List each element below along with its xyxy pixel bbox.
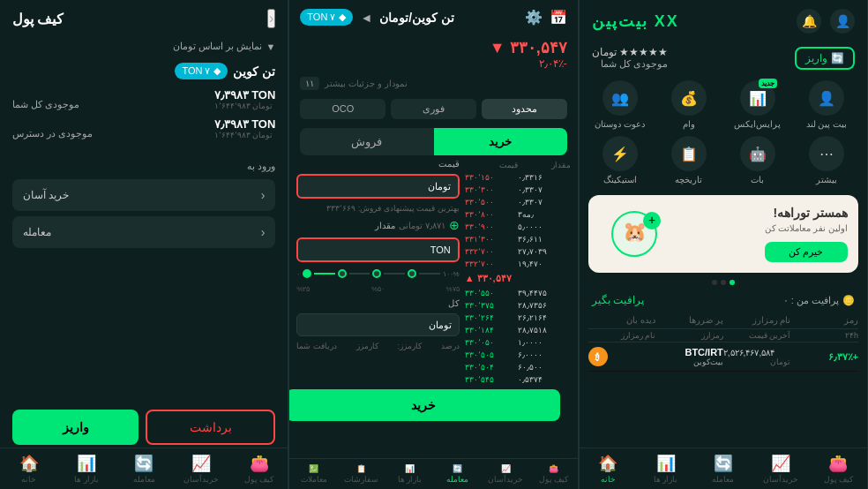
plus-icon[interactable]: ⊕ <box>449 218 460 232</box>
nav-trading[interactable]: 📈 خریدآسان <box>752 454 809 484</box>
qa-priceindex[interactable]: 📊 جدید پرایس‌ایکس <box>726 80 789 129</box>
right-nav-trading[interactable]: 📈 خریدآسان <box>173 454 230 484</box>
nav-trade[interactable]: 🔄 معامله <box>694 454 752 484</box>
right-nav-trade[interactable]: 🔄 معامله <box>116 454 173 484</box>
mid-tab-orders[interactable]: 📋 سفارشات <box>338 464 385 484</box>
currency-selector[interactable]: ▼ نمایش بر اساس تومان <box>0 37 288 56</box>
slider-25[interactable] <box>338 269 347 278</box>
mid-tab-wallet[interactable]: 👛 کیف پول <box>529 464 577 484</box>
qa-staking[interactable]: ⚡ استیکینگ <box>588 136 652 184</box>
right-nav-wallet[interactable]: 👛 کیف پول <box>230 454 288 484</box>
qa-history[interactable]: 📋 تاریخچه <box>657 136 721 184</box>
ton-badge-icon: ◆ <box>213 65 221 77</box>
ob-buy-6: ۶٫۰۰۰۰۳۳۰٬۵۰۵ <box>465 349 571 361</box>
route-trade[interactable]: ‹ معامله <box>12 216 275 248</box>
left-panel: 👤 🔔 XX بیت‌پین 🔄 واریز ★★★★★ تومان موجود… <box>580 0 868 489</box>
deposit-action-button[interactable]: واریز <box>12 410 138 445</box>
promo-title: همستر توراهه! <box>765 206 848 220</box>
mid-tab-trading[interactable]: 📈 خریدآسان <box>482 464 529 484</box>
suggested-price: بهترین قیمت پیشنهادی فروش: ۳۳۳٬۶۶۹ <box>296 204 459 213</box>
qa-loan-label: وام <box>683 119 695 129</box>
ob-sell-5: ۵٫۰۰۰۰۳۳۰٬۹۰۰ <box>465 221 571 233</box>
promo-button[interactable]: خیرم کن <box>765 242 848 262</box>
profit-section: 🪙 پرافیت من : ۰ پرافیت بگیر <box>580 289 867 312</box>
available-balance-amount: ۷٫۳۹۸۳ TON <box>214 117 276 131</box>
qa-bitpinland-label: بیت پین لند <box>806 119 848 129</box>
wallet-coin-badge: ◆ TON ۷ <box>175 63 228 79</box>
profit-coin: 🪙 پرافیت من : ۰ <box>783 295 855 306</box>
qa-friends[interactable]: 👥 دعوت دوستان <box>588 80 652 129</box>
slider-75[interactable] <box>408 269 416 278</box>
qa-loan[interactable]: 💰 وام <box>657 80 721 129</box>
price-input[interactable] <box>296 174 459 199</box>
mid-tab-tradehistory[interactable]: 💹 معاملات <box>289 464 337 484</box>
slider-0[interactable] <box>303 269 311 278</box>
slider-labels: %۷۵ %۵۰ %۲۵ <box>296 285 459 293</box>
chart-info: نمودار و جزئیات بیشتر <box>325 79 407 88</box>
nav-home[interactable]: 🏠 خانه <box>580 454 637 484</box>
order-form: قیمت بهترین قیمت پیشنهادی فروش: ۳۳۳٬۶۶۹ … <box>296 159 459 386</box>
orderbook: مقدار قیمت ۰٫۳۳۱۶۳۳۰٬۱۵۰ ۰٫۳۳۰۷۳۳۰٬۳۰۰ ۰… <box>465 159 571 386</box>
deposit-button[interactable]: 🔄 واریز <box>795 47 855 70</box>
qa-bot-label: بات <box>751 175 764 184</box>
ob-header: مقدار قیمت <box>465 159 571 171</box>
right-nav-home[interactable]: 🏠 خانه <box>0 454 57 484</box>
balance-info: ★★★★★ تومان موجودی کل شما <box>592 46 668 70</box>
qa-more[interactable]: ⋯ بیشتر <box>795 136 858 184</box>
qa-bot[interactable]: 🤖 بات <box>726 136 789 184</box>
table-row[interactable]: +۶٫۳۷٪ ۲,۵۲۶,۴۶۷,۵۸۴ تومان BTC/IRT بیت‌ک… <box>588 342 858 372</box>
ob-sell-7: ۲۷٫۷۰۳۹۳۳۲٬۷۰۰ <box>465 245 571 258</box>
mid-top-bar: 📅 ⚙️ تن کوین/تومان ◄ ◆ TON ۷ <box>289 0 577 34</box>
price-change: ۲٫۰۴٪- <box>300 57 566 70</box>
market-header: رمز نام رمزارز پر ضررها دیده بان <box>588 312 858 329</box>
qa-bot-icon: 🤖 <box>740 136 775 171</box>
promo-graphic: 🐹 + <box>599 207 670 260</box>
orderbook-form: مقدار قیمت ۰٫۳۳۱۶۳۳۰٬۱۵۰ ۰٫۳۳۰۷۳۳۰٬۳۰۰ ۰… <box>289 159 577 386</box>
sell-tab[interactable]: فروش <box>300 128 433 155</box>
total-balance-row: ۷٫۳۹۸۳ TON تومان ۱٬۶۴۴٬۹۸۳ موجودی کل شما <box>12 88 275 110</box>
ob-buy-8: ۰٫۵۳۷۴۳۳۰٬۵۴۵ <box>465 373 571 386</box>
total-input[interactable] <box>296 313 459 336</box>
ob-buy-5: ۱٫۰۰۰۰۳۳۰٬۰۵۰ <box>465 336 571 349</box>
tab-instant[interactable]: فوری <box>391 99 476 119</box>
qa-bitpinland[interactable]: 👤 بیت پین لند <box>795 80 858 129</box>
route-easy-buy[interactable]: ‹ خرید آسان <box>12 179 275 211</box>
amount-input[interactable] <box>296 237 459 262</box>
nav-markets[interactable]: 📊 بازار ها <box>637 454 694 484</box>
total-balance-fiat: تومان ۱٬۶۴۴٬۹۸۳ <box>214 102 276 110</box>
qa-loan-icon: 💰 <box>671 80 707 116</box>
back-button[interactable]: ‹ <box>267 9 275 28</box>
settings-icon[interactable]: ⚙️ <box>525 9 542 26</box>
nav-wallet[interactable]: 👛 کیف پول <box>810 454 867 484</box>
buy-tab[interactable]: خرید <box>434 128 567 155</box>
profit-label: پرافیت بگیر <box>592 294 644 306</box>
dot-2 <box>721 280 726 285</box>
withdraw-button[interactable]: برداشت <box>146 410 275 445</box>
ton-icon: ◆ <box>339 11 346 23</box>
price-section: ▼ ۳۳۰,۵۴۷ ۲٫۰۴٪- <box>289 34 577 73</box>
chevron-right-icon: ‹ <box>261 188 266 202</box>
tab-oco[interactable]: OCO <box>300 99 385 119</box>
chevron-right-icon-2: ‹ <box>261 225 266 239</box>
submit-buy-button[interactable]: خرید <box>289 389 559 421</box>
qa-priceindex-label: پرایس‌ایکس <box>734 119 781 129</box>
qa-history-label: تاریخچه <box>675 175 702 184</box>
right-title: کیف پول <box>12 11 64 27</box>
route-easy-buy-label: خرید آسان <box>23 189 69 201</box>
right-top-bar: ‹ کیف پول <box>0 0 288 37</box>
right-nav-markets[interactable]: 📊 بازار ها <box>57 454 115 484</box>
svg-text:+: + <box>648 213 655 227</box>
mid-tab-trade[interactable]: 🔄 معامله <box>434 464 482 484</box>
qa-more-icon: ⋯ <box>809 136 844 171</box>
wallet-actions: برداشت واریز <box>0 410 288 445</box>
left-bottom-nav: 👛 کیف پول 📈 خریدآسان 🔄 معامله 📊 بازار ها… <box>580 448 867 489</box>
slider-50[interactable] <box>372 269 381 278</box>
notification-icon[interactable]: 🔔 <box>797 9 821 34</box>
user-icon[interactable]: 👤 <box>830 9 855 34</box>
mid-tab-markets[interactable]: 📊 بازار ها <box>385 464 433 484</box>
balance-label: موجودی کل شما <box>592 58 668 70</box>
tab-limited[interactable]: محدود <box>482 99 567 119</box>
mid-top-icons: 📅 ⚙️ <box>525 9 567 26</box>
dots-indicator <box>580 276 867 289</box>
calendar-icon[interactable]: 📅 <box>550 9 567 26</box>
